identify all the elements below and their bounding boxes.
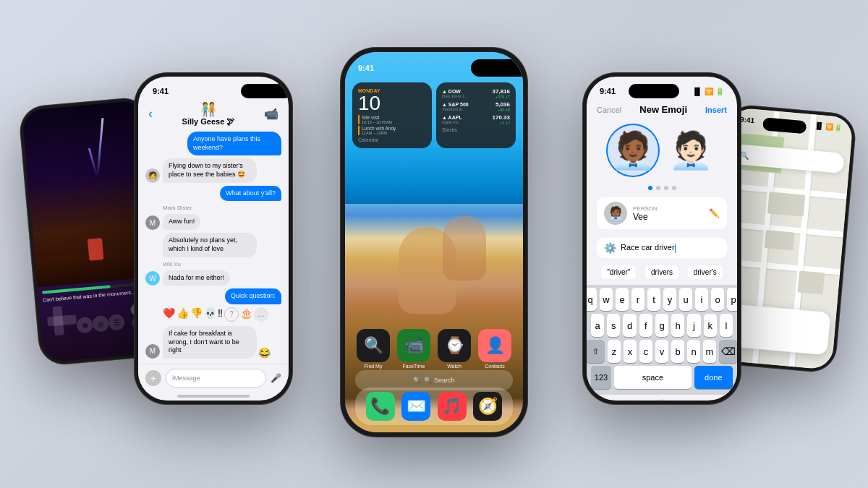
key-r[interactable]: r [631, 288, 644, 311]
message-bubble-in: Aww fun! [163, 214, 200, 230]
key-g[interactable]: g [655, 314, 668, 337]
key-j[interactable]: j [687, 314, 700, 337]
microphone-icon[interactable]: 🎤 [271, 373, 281, 383]
key-x[interactable]: x [624, 340, 637, 363]
nav-icon-1[interactable]: ⊕ [76, 317, 93, 334]
key-t[interactable]: t [647, 288, 660, 311]
key-k[interactable]: k [704, 314, 717, 337]
dock-mail[interactable]: ✉️ [399, 392, 435, 421]
music-icon[interactable]: 🎵 [438, 392, 467, 421]
messages-body[interactable]: Anyone have plans this weekend? 🧑 Flying… [138, 129, 289, 364]
phone-icon[interactable]: 📞 [366, 392, 395, 421]
tapback-question[interactable]: ? [224, 307, 239, 322]
app-find-my[interactable]: 🔍 Find My [355, 329, 391, 369]
key-c[interactable]: c [639, 340, 652, 363]
tapback-heart[interactable]: ❤️ [163, 307, 175, 322]
dock-phone[interactable]: 📞 [362, 392, 399, 421]
emoji-screen: 9:41 ▐▌ 🛜 🔋 Cancel New Emoji Insert 🧑🏾‍💼 [587, 77, 737, 401]
emoji-choice-1[interactable]: 🧑🏾‍💼 [608, 125, 658, 176]
emoji-bottom-bar: 🎤 [587, 395, 737, 401]
messages-add-button[interactable]: + [145, 370, 161, 386]
dpad[interactable] [46, 306, 70, 336]
nav-icon-2[interactable]: ◎ [92, 315, 109, 333]
key-q[interactable]: q [587, 288, 597, 311]
messages-input-bar: + iMessage 🎤 [138, 364, 289, 392]
message-bubble-out: Anyone have plans this weekend? [187, 132, 281, 155]
app-facetime[interactable]: 📹 FaceTime [396, 329, 432, 369]
home-screen: 9:41 ▐▌ 🛜 🔋 MONDAY 10 Site visit 10:15 –… [345, 52, 523, 432]
stock-name-dow: ▲ DOW [442, 89, 467, 94]
suggestion-1[interactable]: "driver" [601, 265, 636, 279]
delete-key[interactable]: ⌫ [719, 340, 737, 363]
keyboard-row-3: ⇧ z x c v b n m ⌫ [591, 340, 733, 363]
keyboard: q w e r t y u i o p a s d f g [587, 285, 737, 395]
find-my-icon[interactable]: 🔍 [357, 329, 390, 362]
search-label: 🔍 Search [424, 377, 454, 384]
mail-icon[interactable]: ✉️ [401, 392, 430, 421]
key-m[interactable]: m [703, 340, 716, 363]
key-u[interactable]: u [679, 288, 692, 311]
key-f[interactable]: f [639, 314, 652, 337]
dot-1 [648, 186, 652, 190]
app-watch[interactable]: ⌚ Watch [436, 329, 472, 369]
emoji-avatar-1: 🧑🏾‍💼 [610, 129, 655, 171]
map-block-1 [767, 192, 805, 216]
insert-button[interactable]: Insert [705, 106, 727, 114]
emoji-input-text[interactable]: Race car driver [621, 243, 720, 253]
compass-icon[interactable]: 🧭 [473, 392, 502, 421]
dynamic-island-maps [762, 117, 807, 134]
key-d[interactable]: d [623, 314, 636, 337]
person-label: PERSON [633, 205, 703, 212]
cancel-button[interactable]: Cancel [597, 106, 621, 114]
watch-icon[interactable]: ⌚ [438, 329, 471, 362]
key-p[interactable]: p [727, 288, 737, 311]
cal-event-2: Lunch with Andy 11AM – 12PM [358, 126, 426, 135]
space-key[interactable]: space [614, 366, 692, 389]
dock-music[interactable]: 🎵 [434, 392, 470, 421]
key-v[interactable]: v [655, 340, 668, 363]
key-s[interactable]: s [607, 314, 620, 337]
key-z[interactable]: z [608, 340, 621, 363]
numbers-key[interactable]: 123 [591, 366, 611, 389]
home-widgets: MONDAY 10 Site visit 10:15 – 10:45AM Lun… [345, 77, 523, 151]
key-n[interactable]: n [687, 340, 700, 363]
done-key[interactable]: done [694, 366, 733, 389]
key-h[interactable]: h [671, 314, 684, 337]
video-call-button[interactable]: 📹 [264, 107, 278, 121]
key-w[interactable]: w [600, 288, 613, 311]
suggestion-3[interactable]: driver's [688, 265, 723, 279]
dock-compass[interactable]: 🧭 [470, 392, 506, 421]
nav-icon-3[interactable]: ☰ [108, 314, 125, 331]
message-input-field[interactable]: iMessage [166, 369, 266, 388]
suggestion-2[interactable]: drivers [645, 265, 678, 279]
calendar-widget[interactable]: MONDAY 10 Site visit 10:15 – 10:45AM Lun… [352, 82, 432, 148]
key-e[interactable]: e [616, 288, 629, 311]
tapback-exclamation[interactable]: ‼️ [218, 307, 223, 322]
contacts-icon[interactable]: 👤 [478, 329, 511, 362]
person-edit-button[interactable]: ✏️ [709, 208, 720, 218]
app-row: 🔍 Find My 📹 FaceTime ⌚ Watch 👤 Contacts [355, 329, 513, 369]
back-button[interactable]: ‹ [148, 106, 153, 121]
stock-val-aapl: 170.33 [493, 114, 510, 121]
key-b[interactable]: b [671, 340, 684, 363]
emoji-choice-2[interactable]: 🧑🏻‍💼 [665, 125, 716, 176]
tapback-thumbsup[interactable]: 👍 [176, 307, 189, 322]
key-i[interactable]: i [695, 288, 708, 311]
stocks-widget[interactable]: ▲ DOWDow Jones I... 37,816+570.17 ▲ S&P … [436, 82, 516, 148]
facetime-icon[interactable]: 📹 [397, 329, 430, 362]
tapback-cake[interactable]: 🎂 [240, 307, 252, 322]
app-contacts[interactable]: 👤 Contacts [477, 329, 513, 369]
table-row: M Aww fun! [145, 214, 281, 230]
stock-row-aapl: ▲ AAPLApple Inc. 170.33+3.17 [442, 114, 510, 125]
stock-val-dow: 37,816 [493, 88, 510, 95]
key-l[interactable]: l [720, 314, 733, 337]
microphone-button[interactable]: 🎤 [650, 399, 673, 401]
key-a[interactable]: a [591, 314, 604, 337]
tapback-thumbsdown[interactable]: 👎 [190, 307, 203, 322]
key-o[interactable]: o [711, 288, 724, 311]
signal-icon-emoji: ▐▌ [692, 87, 702, 95]
tapback-more[interactable]: … [254, 307, 268, 322]
key-y[interactable]: y [663, 288, 676, 311]
tapback-skull[interactable]: 💀 [204, 307, 216, 322]
shift-key[interactable]: ⇧ [587, 340, 605, 363]
